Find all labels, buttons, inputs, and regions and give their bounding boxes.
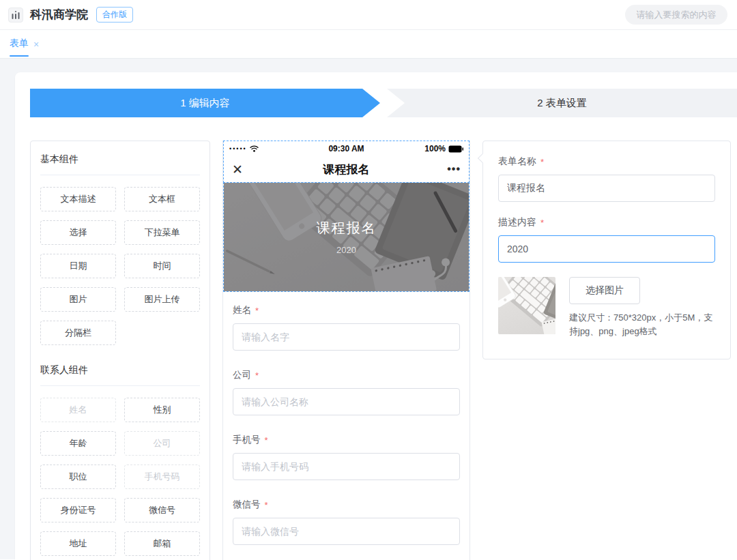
label-text: 手机号 (233, 434, 261, 446)
phone-nav-bar: ✕ 课程报名 ••• (224, 156, 469, 182)
field-label: 表单名称 * (498, 156, 715, 168)
section-title: 基本组件 (40, 153, 200, 175)
component-age[interactable]: 年龄 (40, 431, 116, 456)
banner-component-selected[interactable]: 课程报名 2020 (223, 182, 469, 292)
banner-title: 课程报名 (317, 219, 377, 237)
component-wechat[interactable]: 微信号 (124, 498, 200, 522)
component-email[interactable]: 邮箱 (124, 531, 200, 556)
basic-components-section: 基本组件 文本描述 文本框 选择 下拉菜单 日期 时间 图片 图片上传 分隔栏 (40, 153, 200, 345)
component-company: 公司 (124, 431, 200, 456)
component-settings-panel: 表单名称 * 描述内容 * (482, 141, 731, 359)
tab-form[interactable]: 表单 × (10, 38, 39, 51)
main-area: 1 编辑内容 2 表单设置 基本组件 文本描述 文本框 选择 下拉菜单 日期 时… (0, 59, 737, 559)
component-palette: 基本组件 文本描述 文本框 选择 下拉菜单 日期 时间 图片 图片上传 分隔栏 … (30, 141, 210, 560)
required-mark: * (540, 157, 544, 167)
step-wizard: 1 编辑内容 2 表单设置 (30, 89, 737, 117)
component-gender[interactable]: 性别 (124, 398, 200, 422)
label-text: 微信号 (233, 499, 261, 511)
component-choice[interactable]: 选择 (40, 220, 116, 245)
global-search-input[interactable] (625, 5, 727, 25)
more-icon[interactable]: ••• (431, 163, 461, 175)
component-divider[interactable]: 分隔栏 (40, 321, 116, 345)
panel-pointer (478, 153, 487, 163)
app-title: 科汛商学院 (30, 7, 88, 23)
image-picker: 选择图片 建议尺寸：750*320px，小于5M，支持jpg、png、jpeg格… (569, 277, 715, 338)
mobile-input[interactable] (233, 453, 460, 480)
status-time: 09:30 AM (328, 144, 364, 153)
status-right: 100% (364, 144, 463, 153)
form-name-input[interactable] (498, 175, 715, 202)
phone-page-title: 课程报名 (262, 162, 431, 177)
component-image[interactable]: 图片 (40, 287, 116, 312)
close-icon[interactable]: ✕ (232, 162, 262, 177)
battery-icon (448, 145, 463, 153)
contact-components-section: 联系人组件 姓名 性别 年龄 公司 职位 手机号码 身份证号 微信号 地址 邮箱 (40, 364, 200, 556)
name-input[interactable] (233, 323, 460, 351)
label-text: 姓名 (233, 304, 251, 316)
wechat-input[interactable] (233, 518, 460, 545)
banner-image-setting: 选择图片 建议尺寸：750*320px，小于5M，支持jpg、png、jpeg格… (498, 277, 715, 338)
component-image-upload[interactable]: 图片上传 (124, 287, 200, 312)
banner-subtitle: 2020 (336, 245, 356, 255)
phone-form-fields: 姓名 * 公司 * 手机号 (223, 292, 469, 560)
edition-badge: 合作版 (96, 7, 133, 23)
choose-image-button[interactable]: 选择图片 (569, 277, 640, 304)
field-name: 姓名 * (233, 304, 460, 351)
field-label: 姓名 * (233, 304, 460, 316)
builder-columns: 基本组件 文本描述 文本框 选择 下拉菜单 日期 时间 图片 图片上传 分隔栏 … (30, 141, 737, 560)
field-wechat: 微信号 * (233, 499, 460, 545)
form-builder-card: 1 编辑内容 2 表单设置 基本组件 文本描述 文本框 选择 下拉菜单 日期 时… (15, 72, 737, 560)
tab-bar: 表单 × (0, 30, 737, 59)
tab-close-icon[interactable]: × (33, 39, 39, 50)
step-edit-content[interactable]: 1 编辑内容 (30, 89, 380, 117)
signal-icon: ••••• (229, 146, 247, 152)
app-header: 科汛商学院 合作版 (0, 0, 737, 30)
required-mark: * (255, 370, 259, 381)
field-mobile: 手机号 * (233, 434, 460, 480)
wifi-icon (250, 145, 259, 152)
field-label: 描述内容 * (498, 216, 715, 229)
component-address[interactable]: 地址 (40, 531, 116, 556)
required-mark: * (265, 435, 268, 445)
company-input[interactable] (233, 388, 460, 415)
field-label: 手机号 * (233, 434, 460, 446)
component-dropdown[interactable]: 下拉菜单 (124, 220, 200, 245)
field-label: 公司 * (233, 369, 460, 381)
field-label: 微信号 * (233, 499, 460, 511)
banner-thumbnail (498, 277, 555, 334)
required-mark: * (255, 306, 259, 316)
label-text: 描述内容 (498, 216, 536, 229)
step-label: 2 表单设置 (537, 97, 587, 110)
component-name: 姓名 (40, 398, 116, 422)
component-grid: 文本描述 文本框 选择 下拉菜单 日期 时间 图片 图片上传 分隔栏 (40, 187, 200, 345)
component-text-box[interactable]: 文本框 (124, 187, 200, 211)
phone-header-selected[interactable]: ••••• 09:30 AM 100% (223, 141, 469, 183)
component-position[interactable]: 职位 (40, 465, 116, 489)
brand-logo-icon (8, 8, 23, 23)
status-left: ••••• (229, 145, 328, 152)
label-text: 表单名称 (498, 156, 536, 168)
required-mark: * (265, 500, 268, 510)
phone-status-bar: ••••• 09:30 AM 100% (224, 141, 469, 156)
form-name-field: 表单名称 * (498, 156, 715, 202)
component-time[interactable]: 时间 (124, 254, 200, 278)
component-id-card[interactable]: 身份证号 (40, 498, 116, 522)
component-text-desc[interactable]: 文本描述 (40, 187, 116, 211)
form-desc-input[interactable] (498, 235, 715, 263)
step-form-settings[interactable]: 2 表单设置 (387, 89, 737, 117)
step-label: 1 编辑内容 (180, 97, 230, 110)
component-mobile: 手机号码 (124, 465, 200, 489)
component-grid: 姓名 性别 年龄 公司 职位 手机号码 身份证号 微信号 地址 邮箱 (40, 398, 200, 556)
field-company: 公司 * (233, 369, 460, 415)
component-date[interactable]: 日期 (40, 254, 116, 278)
section-title: 联系人组件 (40, 364, 200, 386)
form-desc-field: 描述内容 * (498, 216, 715, 263)
banner-caption: 课程报名 2020 (224, 183, 469, 291)
tab-label: 表单 (10, 38, 29, 51)
battery-percent: 100% (424, 144, 446, 153)
image-size-hint: 建议尺寸：750*320px，小于5M，支持jpg、png、jpeg格式 (569, 311, 715, 338)
required-mark: * (540, 218, 544, 228)
phone-preview: ••••• 09:30 AM 100% (222, 141, 470, 560)
label-text: 公司 (233, 369, 251, 381)
